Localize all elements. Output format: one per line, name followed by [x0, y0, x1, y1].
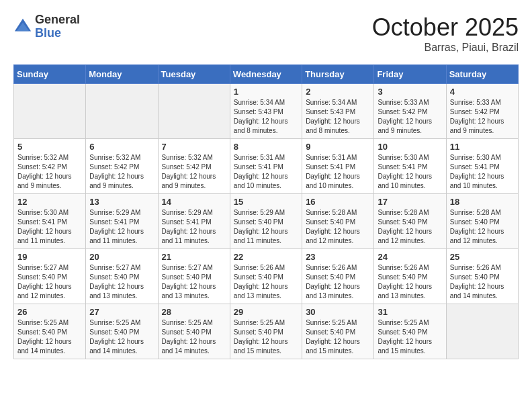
day-cell: 10Sunrise: 5:30 AM Sunset: 5:41 PM Dayli…	[374, 139, 446, 194]
header-tuesday: Tuesday	[158, 65, 230, 84]
day-info: Sunrise: 5:34 AM Sunset: 5:43 PM Dayligh…	[234, 98, 298, 136]
day-cell	[158, 84, 230, 139]
day-number: 8	[234, 142, 298, 152]
day-info: Sunrise: 5:25 AM Sunset: 5:40 PM Dayligh…	[378, 318, 442, 356]
day-cell: 29Sunrise: 5:25 AM Sunset: 5:40 PM Dayli…	[230, 304, 302, 359]
day-cell: 18Sunrise: 5:28 AM Sunset: 5:40 PM Dayli…	[446, 194, 518, 249]
day-info: Sunrise: 5:29 AM Sunset: 5:41 PM Dayligh…	[89, 208, 154, 246]
day-number: 9	[306, 142, 370, 152]
day-number: 3	[378, 87, 442, 97]
day-info: Sunrise: 5:28 AM Sunset: 5:40 PM Dayligh…	[378, 208, 442, 246]
day-number: 17	[378, 197, 442, 207]
day-number: 14	[162, 197, 226, 207]
calendar-body: 1Sunrise: 5:34 AM Sunset: 5:43 PM Daylig…	[14, 84, 519, 359]
day-cell: 28Sunrise: 5:25 AM Sunset: 5:40 PM Dayli…	[158, 304, 230, 359]
day-info: Sunrise: 5:33 AM Sunset: 5:42 PM Dayligh…	[450, 98, 515, 136]
day-cell: 6Sunrise: 5:32 AM Sunset: 5:42 PM Daylig…	[86, 139, 158, 194]
day-number: 21	[162, 252, 226, 262]
day-number: 7	[162, 142, 226, 152]
day-info: Sunrise: 5:26 AM Sunset: 5:40 PM Dayligh…	[306, 263, 370, 301]
day-number: 12	[17, 197, 82, 207]
day-cell: 14Sunrise: 5:29 AM Sunset: 5:41 PM Dayli…	[158, 194, 230, 249]
day-cell	[446, 304, 518, 359]
day-info: Sunrise: 5:31 AM Sunset: 5:41 PM Dayligh…	[234, 153, 298, 191]
day-info: Sunrise: 5:25 AM Sunset: 5:40 PM Dayligh…	[17, 318, 82, 356]
day-cell: 21Sunrise: 5:27 AM Sunset: 5:40 PM Dayli…	[158, 249, 230, 304]
day-info: Sunrise: 5:32 AM Sunset: 5:42 PM Dayligh…	[17, 153, 82, 191]
header-thursday: Thursday	[302, 65, 374, 84]
day-cell: 17Sunrise: 5:28 AM Sunset: 5:40 PM Dayli…	[374, 194, 446, 249]
day-cell: 9Sunrise: 5:31 AM Sunset: 5:41 PM Daylig…	[302, 139, 374, 194]
day-info: Sunrise: 5:27 AM Sunset: 5:40 PM Dayligh…	[162, 263, 226, 301]
day-cell: 22Sunrise: 5:26 AM Sunset: 5:40 PM Dayli…	[230, 249, 302, 304]
week-row-4: 19Sunrise: 5:27 AM Sunset: 5:40 PM Dayli…	[14, 249, 519, 304]
header-row: Sunday Monday Tuesday Wednesday Thursday…	[14, 65, 519, 84]
day-info: Sunrise: 5:25 AM Sunset: 5:40 PM Dayligh…	[89, 318, 154, 356]
day-info: Sunrise: 5:26 AM Sunset: 5:40 PM Dayligh…	[234, 263, 298, 301]
day-cell: 13Sunrise: 5:29 AM Sunset: 5:41 PM Dayli…	[86, 194, 158, 249]
day-number: 13	[89, 197, 154, 207]
calendar-table: Sunday Monday Tuesday Wednesday Thursday…	[13, 64, 519, 359]
location-title: Barras, Piaui, Brazil	[372, 42, 519, 54]
week-row-3: 12Sunrise: 5:30 AM Sunset: 5:41 PM Dayli…	[14, 194, 519, 249]
header-friday: Friday	[374, 65, 446, 84]
day-info: Sunrise: 5:28 AM Sunset: 5:40 PM Dayligh…	[450, 208, 515, 246]
day-cell	[86, 84, 158, 139]
day-number: 25	[450, 252, 515, 262]
week-row-2: 5Sunrise: 5:32 AM Sunset: 5:42 PM Daylig…	[14, 139, 519, 194]
day-info: Sunrise: 5:29 AM Sunset: 5:40 PM Dayligh…	[234, 208, 298, 246]
day-number: 5	[17, 142, 82, 152]
day-number: 28	[162, 307, 226, 317]
logo-general-text: General	[35, 13, 80, 27]
header-wednesday: Wednesday	[230, 65, 302, 84]
day-cell: 30Sunrise: 5:25 AM Sunset: 5:40 PM Dayli…	[302, 304, 374, 359]
day-cell: 1Sunrise: 5:34 AM Sunset: 5:43 PM Daylig…	[230, 84, 302, 139]
header-sunday: Sunday	[14, 65, 86, 84]
logo-icon	[13, 17, 32, 36]
week-row-5: 26Sunrise: 5:25 AM Sunset: 5:40 PM Dayli…	[14, 304, 519, 359]
day-info: Sunrise: 5:34 AM Sunset: 5:43 PM Dayligh…	[306, 98, 370, 136]
day-cell: 7Sunrise: 5:32 AM Sunset: 5:42 PM Daylig…	[158, 139, 230, 194]
day-cell: 15Sunrise: 5:29 AM Sunset: 5:40 PM Dayli…	[230, 194, 302, 249]
logo: General Blue	[13, 13, 80, 40]
day-number: 6	[89, 142, 154, 152]
header-saturday: Saturday	[446, 65, 518, 84]
day-cell: 25Sunrise: 5:26 AM Sunset: 5:40 PM Dayli…	[446, 249, 518, 304]
day-number: 19	[17, 252, 82, 262]
day-info: Sunrise: 5:27 AM Sunset: 5:40 PM Dayligh…	[89, 263, 154, 301]
day-number: 11	[450, 142, 515, 152]
day-cell: 20Sunrise: 5:27 AM Sunset: 5:40 PM Dayli…	[86, 249, 158, 304]
day-number: 26	[17, 307, 82, 317]
day-cell: 5Sunrise: 5:32 AM Sunset: 5:42 PM Daylig…	[14, 139, 86, 194]
day-cell	[14, 84, 86, 139]
day-info: Sunrise: 5:26 AM Sunset: 5:40 PM Dayligh…	[450, 263, 515, 301]
month-title: October 2025	[372, 13, 519, 42]
day-number: 27	[89, 307, 154, 317]
day-info: Sunrise: 5:32 AM Sunset: 5:42 PM Dayligh…	[89, 153, 154, 191]
day-info: Sunrise: 5:26 AM Sunset: 5:40 PM Dayligh…	[378, 263, 442, 301]
day-cell: 3Sunrise: 5:33 AM Sunset: 5:42 PM Daylig…	[374, 84, 446, 139]
day-info: Sunrise: 5:33 AM Sunset: 5:42 PM Dayligh…	[378, 98, 442, 136]
logo-blue-text: Blue	[35, 27, 80, 40]
header-monday: Monday	[86, 65, 158, 84]
day-info: Sunrise: 5:30 AM Sunset: 5:41 PM Dayligh…	[450, 153, 515, 191]
day-number: 15	[234, 197, 298, 207]
day-info: Sunrise: 5:27 AM Sunset: 5:40 PM Dayligh…	[17, 263, 82, 301]
day-number: 31	[378, 307, 442, 317]
day-number: 10	[378, 142, 442, 152]
day-cell: 8Sunrise: 5:31 AM Sunset: 5:41 PM Daylig…	[230, 139, 302, 194]
day-cell: 23Sunrise: 5:26 AM Sunset: 5:40 PM Dayli…	[302, 249, 374, 304]
day-cell: 24Sunrise: 5:26 AM Sunset: 5:40 PM Dayli…	[374, 249, 446, 304]
day-cell: 31Sunrise: 5:25 AM Sunset: 5:40 PM Dayli…	[374, 304, 446, 359]
week-row-1: 1Sunrise: 5:34 AM Sunset: 5:43 PM Daylig…	[14, 84, 519, 139]
day-info: Sunrise: 5:31 AM Sunset: 5:41 PM Dayligh…	[306, 153, 370, 191]
day-cell: 4Sunrise: 5:33 AM Sunset: 5:42 PM Daylig…	[446, 84, 518, 139]
page-header: General Blue October 2025 Barras, Piaui,…	[13, 13, 519, 54]
day-number: 24	[378, 252, 442, 262]
day-number: 22	[234, 252, 298, 262]
day-info: Sunrise: 5:25 AM Sunset: 5:40 PM Dayligh…	[234, 318, 298, 356]
day-number: 2	[306, 87, 370, 97]
day-cell: 2Sunrise: 5:34 AM Sunset: 5:43 PM Daylig…	[302, 84, 374, 139]
calendar-header: Sunday Monday Tuesday Wednesday Thursday…	[14, 65, 519, 84]
day-number: 20	[89, 252, 154, 262]
